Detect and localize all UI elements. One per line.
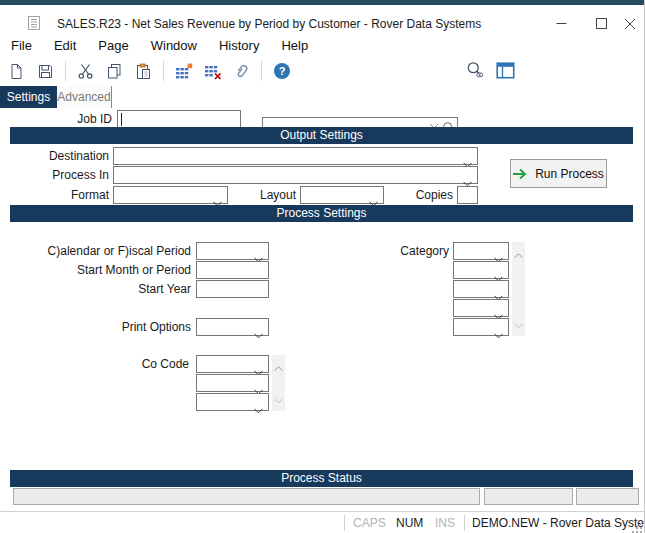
start-year-input[interactable]: [196, 280, 269, 298]
process-status-field-2: [484, 488, 573, 505]
menu-window[interactable]: Window: [151, 38, 197, 53]
title-bar[interactable]: SALES.R23 - Net Sales Revenue by Period …: [0, 5, 645, 33]
co-code-select-3[interactable]: [196, 393, 269, 411]
caps-indicator: CAPS: [353, 516, 386, 530]
format-select[interactable]: [113, 186, 228, 204]
status-bar: CAPS NUM INS DEMO.NEW - Rover Data Syste…: [0, 511, 645, 533]
app-window: SALES.R23 - Net Sales Revenue by Period …: [0, 0, 645, 533]
toolbar-separator: [163, 61, 164, 81]
find-record-icon[interactable]: [466, 60, 485, 79]
start-year-label: Start Year: [138, 282, 191, 296]
run-arrow-icon: [513, 168, 528, 180]
category-select-5[interactable]: [453, 318, 509, 336]
resize-grip[interactable]: [632, 520, 643, 533]
calendar-fiscal-label: C)alendar or F)iscal Period: [48, 244, 191, 258]
new-document-icon[interactable]: [7, 62, 26, 81]
start-month-input[interactable]: [196, 261, 269, 279]
co-code-label: Co Code: [142, 357, 189, 371]
scroll-down-icon[interactable]: [514, 315, 523, 333]
menu-history[interactable]: History: [219, 38, 259, 53]
scroll-up-icon[interactable]: [274, 358, 283, 376]
print-options-select[interactable]: [196, 318, 269, 336]
ins-indicator: INS: [435, 516, 455, 530]
process-status-header: Process Status: [10, 470, 633, 487]
tab-settings[interactable]: Settings: [0, 86, 57, 108]
job-id-input[interactable]: [117, 110, 241, 128]
process-status-field-3: [576, 488, 639, 505]
chevron-down-icon: [494, 325, 503, 343]
start-month-label: Start Month or Period: [77, 263, 191, 277]
attachment-icon[interactable]: [232, 62, 251, 81]
menu-bar: File Edit Page Window History Help: [0, 33, 645, 57]
menu-edit[interactable]: Edit: [54, 38, 76, 53]
num-indicator: NUM: [396, 516, 423, 530]
co-code-select-2[interactable]: [196, 374, 269, 392]
toolbar-separator: [65, 61, 66, 81]
delete-row-icon[interactable]: [203, 62, 222, 81]
chevron-down-icon: [254, 325, 263, 343]
save-icon[interactable]: [36, 62, 55, 81]
destination-select[interactable]: [113, 147, 478, 165]
svg-text:?: ?: [278, 65, 285, 77]
print-options-label: Print Options: [122, 320, 191, 334]
run-process-button[interactable]: Run Process: [510, 159, 607, 188]
copies-label: Copies: [416, 188, 453, 202]
category-select-1[interactable]: [453, 242, 509, 260]
process-status-field-1: [13, 488, 480, 505]
menu-page[interactable]: Page: [98, 38, 128, 53]
category-select-4[interactable]: [453, 299, 509, 317]
calendar-fiscal-select[interactable]: [196, 242, 269, 260]
statusbar-separator: [464, 515, 465, 531]
menu-help[interactable]: Help: [281, 38, 308, 53]
output-settings-header: Output Settings: [10, 127, 633, 144]
menu-file[interactable]: File: [11, 38, 32, 53]
category-select-2[interactable]: [453, 261, 509, 279]
copies-input[interactable]: [457, 186, 478, 204]
co-code-select-1[interactable]: [196, 355, 269, 373]
insert-row-icon[interactable]: [174, 62, 193, 81]
process-settings-header: Process Settings: [10, 205, 633, 222]
window-title: SALES.R23 - Net Sales Revenue by Period …: [57, 17, 481, 31]
category-select-3[interactable]: [453, 280, 509, 298]
destination-label: Destination: [49, 149, 109, 163]
process-in-select[interactable]: [113, 166, 478, 184]
layout-select[interactable]: [300, 186, 384, 204]
text-caret: [121, 113, 122, 126]
cut-icon[interactable]: [76, 62, 95, 81]
toolbar-separator: [261, 61, 262, 81]
document-icon: [26, 15, 42, 31]
category-scrollbar[interactable]: [512, 242, 525, 336]
layout-label: Layout: [260, 188, 296, 202]
copy-icon[interactable]: [105, 62, 124, 81]
job-id-label: Job ID: [77, 112, 112, 126]
toolbar: ?: [0, 57, 645, 85]
scroll-down-icon[interactable]: [274, 390, 283, 408]
paste-icon[interactable]: [134, 62, 153, 81]
chevron-down-icon: [254, 400, 263, 418]
tab-advanced[interactable]: Advanced: [57, 86, 112, 108]
process-in-label: Process In: [52, 168, 109, 182]
category-label: Category: [400, 244, 449, 258]
run-process-label: Run Process: [535, 167, 604, 181]
window-layout-icon[interactable]: [496, 61, 515, 80]
help-icon[interactable]: ?: [272, 62, 291, 81]
statusbar-separator: [344, 515, 345, 531]
environment-label: DEMO.NEW - Rover Data Systems: [472, 516, 645, 530]
format-label: Format: [71, 188, 109, 202]
scroll-up-icon[interactable]: [514, 245, 523, 263]
co-code-scrollbar[interactable]: [272, 355, 285, 411]
